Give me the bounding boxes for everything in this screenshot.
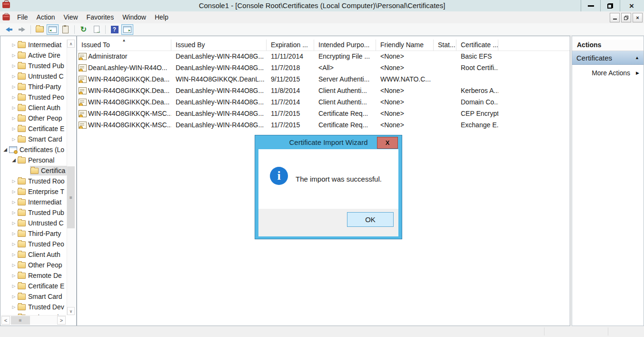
table-row[interactable]: WIN-R44O8GIKKQK.Dea...DeanLashley-WIN-R4… (77, 85, 570, 96)
table-row[interactable]: WIN-R44O8GIKKQK.Dea...DeanLashley-WIN-R4… (77, 96, 570, 108)
tree-item-certificates-lo[interactable]: ◢Certificates (Lo (0, 144, 67, 155)
tree-horizontal-scrollbar[interactable]: < ≡ > (1, 315, 66, 325)
menu-file[interactable]: File (13, 11, 32, 23)
expand-twisty-icon[interactable]: ▷ (10, 82, 18, 92)
tree-item-smart-card[interactable]: ▷Smart Card (0, 291, 67, 302)
column-header-friendly-name[interactable]: Friendly Name (376, 40, 434, 51)
up-one-level-button[interactable]: ↑ (34, 24, 46, 35)
tree-item-certificate-e[interactable]: ▷Certificate E (0, 123, 67, 134)
table-row[interactable]: AdministratorDeanLashley-WIN-R44O8G...11… (77, 51, 570, 62)
scroll-right-button[interactable]: > (57, 316, 66, 325)
tree-item-third-party[interactable]: ▷Third-Party (0, 82, 67, 92)
expand-twisty-icon[interactable]: ▷ (10, 102, 18, 113)
expand-twisty-icon[interactable]: ▷ (10, 176, 18, 186)
scroll-up-button[interactable]: ∧ (67, 40, 75, 48)
expand-twisty-icon[interactable]: ▷ (10, 281, 18, 291)
close-button[interactable]: × (620, 0, 643, 11)
column-header-issued-by[interactable]: Issued By (171, 40, 267, 51)
tree-item-trusted-pub[interactable]: ▷Trusted Pub (0, 61, 67, 71)
export-list-button[interactable] (90, 24, 102, 35)
expand-twisty-icon[interactable]: ▷ (10, 270, 18, 281)
expand-twisty-icon[interactable]: ▷ (10, 291, 18, 302)
menu-view[interactable]: View (59, 11, 82, 23)
tree-item-personal[interactable]: ◢Personal (0, 155, 67, 165)
tree-item-remote-de[interactable]: ▷Remote De (0, 270, 67, 281)
expand-twisty-icon[interactable]: ▷ (10, 207, 18, 218)
column-header-expiration[interactable]: Expiration ... (267, 40, 314, 51)
back-button[interactable] (3, 24, 15, 35)
table-row[interactable]: WIN-R44O8GIKKQK-MSC...DeanLashley-WIN-R4… (77, 108, 570, 119)
help-button[interactable]: ? (109, 24, 120, 35)
menu-window[interactable]: Window (118, 11, 150, 23)
expand-twisty-icon[interactable]: ▷ (10, 40, 18, 50)
tree-item-trusted-pub[interactable]: ▷Trusted Pub (0, 207, 67, 218)
tree-item-untrusted-c[interactable]: ▷Untrusted C (0, 218, 67, 228)
show-action-pane-button[interactable]: ▸ (121, 24, 133, 35)
child-close-button[interactable]: × (633, 13, 643, 22)
expand-twisty-icon[interactable]: ▷ (10, 113, 18, 123)
expand-twisty-icon[interactable]: ▷ (10, 71, 18, 82)
tree-item-trusted-peo[interactable]: ▷Trusted Peo (0, 92, 67, 102)
tree-item-client-auth[interactable]: ▷Client Auth (0, 102, 67, 113)
tree-item-certificate-e[interactable]: ▷Certificate E (0, 281, 67, 291)
expand-twisty-icon[interactable]: ▷ (10, 218, 18, 228)
tree-item-client-auth[interactable]: ▷Client Auth (0, 249, 67, 260)
child-minimize-button[interactable] (610, 13, 620, 22)
clipboard-button[interactable] (59, 24, 71, 35)
expand-twisty-icon[interactable]: ▷ (10, 50, 18, 61)
tree-item-trusted-dev[interactable]: ▷Trusted Dev (0, 302, 67, 312)
table-row[interactable]: WIN-R44O8GIKKQK.Dea...WIN-R44O8GIKKQK.De… (77, 73, 570, 85)
expand-twisty-icon[interactable]: ▷ (10, 302, 18, 312)
column-header-intended-purpo[interactable]: Intended Purpo... (314, 40, 376, 51)
expand-twisty-icon[interactable]: ▷ (10, 92, 18, 102)
tree-item-smart-card[interactable]: ▷Smart Card (0, 134, 67, 144)
expand-twisty-icon[interactable]: ▷ (10, 186, 18, 197)
maximize-restore-button[interactable] (600, 0, 620, 11)
collapse-twisty-icon[interactable]: ◢ (1, 144, 9, 155)
menu-favorites[interactable]: Favorites (82, 11, 119, 23)
show-console-tree-button[interactable]: ◂ (47, 24, 59, 35)
tree-item-third-party[interactable]: ▷Third-Party (0, 228, 67, 239)
expand-twisty-icon[interactable]: ▷ (10, 260, 18, 270)
expand-twisty-icon[interactable]: ▷ (10, 228, 18, 239)
column-header-issued-to[interactable]: Issued To▲ (77, 40, 171, 51)
tree-item-certifica[interactable]: Certifica (0, 165, 67, 176)
tree-item-trusted-peo[interactable]: ▷Trusted Peo (0, 239, 67, 249)
tree-item-other-peop[interactable]: ▷Other Peop (0, 113, 67, 123)
tree-item-trusted-roo[interactable]: ▷Trusted Roo (0, 176, 67, 186)
actions-group-certificates[interactable]: Certificates ▲ (572, 51, 644, 65)
ok-button[interactable]: OK (347, 212, 394, 227)
tree-item-active-dire[interactable]: ▷Active Dire (0, 50, 67, 61)
scroll-down-button[interactable]: ∨ (67, 307, 75, 315)
menu-action[interactable]: Action (32, 11, 59, 23)
tree-vertical-scrollbar[interactable]: ∧ ≡ ∨ (67, 40, 75, 315)
tree-item-enterprise-t[interactable]: ▷Enterprise T (0, 186, 67, 197)
menu-help[interactable]: Help (150, 11, 173, 23)
child-window-icon[interactable] (2, 14, 10, 20)
tree-item-intermediat[interactable]: ▷Intermediat (0, 40, 67, 50)
collapse-group-icon[interactable]: ▲ (635, 55, 639, 60)
tree-item-untrusted-c[interactable]: ▷Untrusted C (0, 71, 67, 82)
scroll-left-button[interactable]: < (1, 316, 10, 325)
refresh-button[interactable]: ↻ (78, 24, 89, 35)
forward-button[interactable] (16, 24, 28, 35)
column-header-stat[interactable]: Stat... (434, 40, 456, 51)
expand-twisty-icon[interactable]: ▷ (10, 197, 18, 207)
expand-twisty-icon[interactable]: ▷ (10, 239, 18, 249)
vertical-scroll-thumb[interactable]: ≡ (67, 166, 75, 228)
horizontal-scroll-thumb[interactable]: ≡ (11, 316, 30, 325)
expand-twisty-icon[interactable]: ▷ (10, 123, 18, 134)
more-actions-item[interactable]: More Actions ▶ (572, 65, 644, 77)
table-row[interactable]: DeanLashley-WIN-R44O...DeanLashley-WIN-R… (77, 62, 570, 73)
column-header-certificate[interactable]: Certificate ... (456, 40, 498, 51)
collapse-twisty-icon[interactable]: ◢ (10, 155, 18, 165)
minimize-button[interactable] (581, 0, 600, 11)
dialog-close-button[interactable]: X (377, 137, 398, 149)
tree-item-other-peop[interactable]: ▷Other Peop (0, 260, 67, 270)
expand-twisty-icon[interactable]: ▷ (10, 134, 18, 144)
expand-twisty-icon[interactable]: ▷ (10, 249, 18, 260)
tree-item-intermediat[interactable]: ▷Intermediat (0, 197, 67, 207)
expand-twisty-icon[interactable]: ▷ (10, 61, 18, 71)
table-row[interactable]: WIN-R44O8GIKKQK-MSC...DeanLashley-WIN-R4… (77, 119, 570, 131)
child-restore-button[interactable] (621, 13, 631, 22)
